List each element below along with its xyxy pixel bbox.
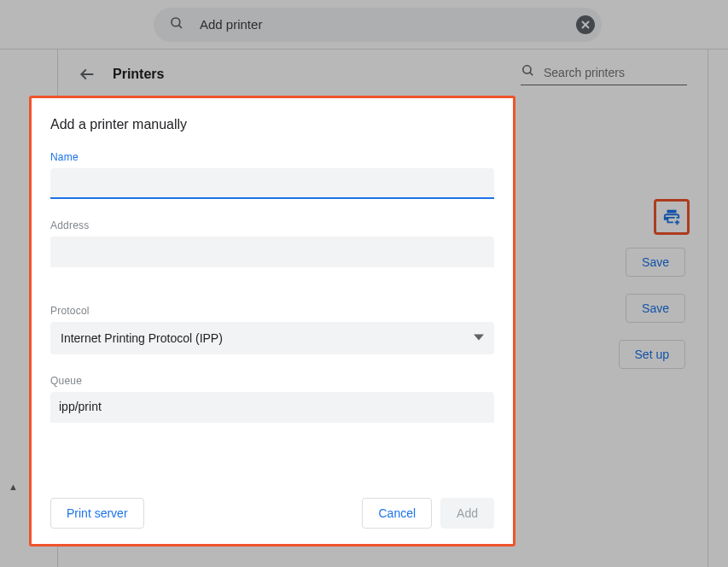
section-header: Printers (58, 50, 708, 99)
search-icon (521, 63, 535, 81)
protocol-label: Protocol (50, 305, 494, 317)
svg-line-6 (530, 73, 533, 75)
address-label: Address (50, 219, 494, 231)
queue-input[interactable] (50, 392, 494, 423)
settings-search-box[interactable]: Add printer (154, 8, 602, 42)
add-button[interactable]: Add (440, 498, 494, 529)
back-arrow-icon[interactable] (79, 66, 96, 83)
add-printer-button-highlight[interactable] (654, 199, 690, 235)
settings-search-value: Add printer (200, 17, 561, 32)
svg-point-0 (172, 18, 180, 26)
svg-point-5 (523, 66, 531, 73)
name-label: Name (50, 151, 494, 163)
print-server-button[interactable]: Print server (50, 498, 144, 529)
add-printer-dialog: Add a printer manually Name Address Prot… (29, 96, 515, 547)
save-button[interactable]: Save (626, 248, 685, 277)
topbar: Add printer (0, 0, 728, 50)
setup-button[interactable]: Set up (619, 340, 685, 369)
section-title: Printers (113, 67, 164, 82)
svg-line-1 (178, 25, 182, 28)
side-button-stack: Save Save Set up (619, 248, 685, 369)
address-input[interactable] (50, 237, 494, 267)
cancel-button[interactable]: Cancel (362, 498, 432, 529)
search-printers-field[interactable] (521, 63, 687, 85)
protocol-value: Internet Printing Protocol (IPP) (61, 331, 223, 345)
chevron-down-icon (474, 331, 484, 345)
save-button[interactable]: Save (626, 294, 685, 323)
search-icon (169, 15, 184, 34)
dialog-title: Add a printer manually (50, 117, 494, 132)
printer-plus-icon (662, 208, 681, 226)
protocol-select[interactable]: Internet Printing Protocol (IPP) (50, 322, 494, 354)
clear-search-icon[interactable] (576, 15, 595, 34)
name-input[interactable] (50, 168, 494, 199)
expand-sidebar-icon[interactable]: ▲ (9, 482, 18, 492)
queue-label: Queue (50, 375, 494, 387)
settings-page: Add printer Printers (0, 0, 728, 567)
dialog-actions: Print server Cancel Add (50, 498, 494, 529)
search-printers-input[interactable] (544, 66, 687, 79)
